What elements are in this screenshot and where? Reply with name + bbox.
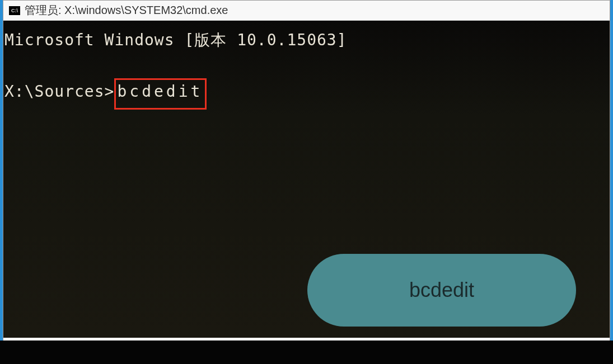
version-line: Microsoft Windows [版本 10.0.15063] [4, 29, 603, 52]
titlebar[interactable]: C:\ 管理员: X:\windows\SYSTEM32\cmd.exe [3, 1, 610, 21]
prompt-text: X:\Sources> [4, 80, 114, 103]
callout-label: bcdedit [409, 278, 474, 302]
window-title: 管理员: X:\windows\SYSTEM32\cmd.exe [25, 3, 228, 18]
command-prompt-window: C:\ 管理员: X:\windows\SYSTEM32\cmd.exe Mic… [3, 0, 610, 361]
cmd-icon: C:\ [9, 6, 20, 15]
callout-button[interactable]: bcdedit [307, 254, 576, 327]
prompt-line: X:\Sources> bcdedit [4, 80, 603, 110]
command-highlight-box: bcdedit [114, 78, 207, 110]
command-text: bcdedit [117, 82, 203, 101]
bottom-black-bar [0, 341, 613, 364]
